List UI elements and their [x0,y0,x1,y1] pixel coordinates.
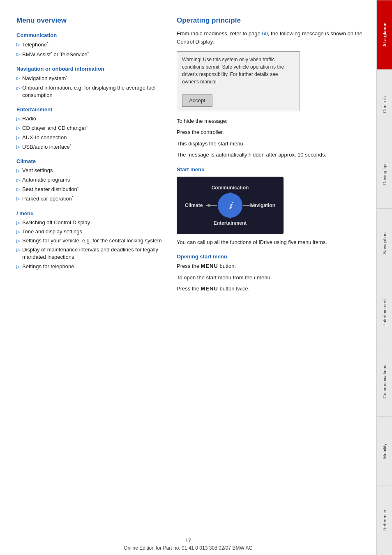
imenu-item-4: Display of maintenance intervals and dea… [22,246,164,261]
list-item: ▷ BMW Assist* or TeleService* [16,51,164,59]
tab-reference[interactable]: Reference [377,486,392,555]
list-arrow-icon: ▷ [16,51,20,58]
climate-item-1: Vent settings [22,167,53,174]
ent-item-1: Radio [22,115,36,122]
svg-marker-5 [206,204,210,207]
imenu-item-3: Settings for your vehicle, e.g. for the … [22,237,162,244]
tab-communications[interactable]: Communications [377,347,392,416]
list-arrow-icon: ▷ [16,41,20,48]
list-item: ▷ Automatic programs [16,176,164,184]
start-menu-title: Start menu [177,166,368,173]
comm-item-2: BMW Assist* or TeleService* [22,51,89,59]
hide-step1: Press the controller. [177,128,368,136]
list-item: ▷ CD player and CD changer* [16,124,164,132]
opening-step1: Press the MENU button. [177,262,368,270]
list-item: ▷ Settings for your vehicle, e.g. for th… [16,237,164,244]
comm-item-1: Telephone* [22,41,48,49]
svg-marker-7 [251,204,254,207]
tab-mobility[interactable]: Mobility [377,416,392,486]
warning-box: Warning! Use this system only when traff… [177,51,300,111]
list-item: ▷ Settings for telephone [16,263,164,270]
list-arrow-icon: ▷ [16,264,20,270]
hide-step2: This displays the start menu. [177,140,368,148]
climate-item-2: Automatic programs [22,176,70,184]
imenu-item-2: Tone and display settings [22,228,82,235]
list-arrow-icon: ▷ [16,168,20,174]
list-arrow-icon: ▷ [16,116,20,122]
list-arrow-icon: ▷ [16,135,20,141]
accept-button[interactable]: Accept [182,94,212,107]
list-arrow-icon: ▷ [16,75,20,81]
climate-item-3: Seat heater distribution* [22,185,78,193]
menu-bold-2: MENU [201,286,218,292]
tab-entertainment[interactable]: Entertainment [377,278,392,347]
imenu-i-icon: i [16,210,18,216]
ent-item-3: AUX-In connection [22,134,67,141]
ent-item-2: CD player and CD changer* [22,124,88,132]
hide-message-label: To hide the message: [177,117,368,125]
menu-bold-1: MENU [201,263,218,269]
list-arrow-icon: ▷ [16,186,20,192]
nav-item-2: Onboard information, e.g. for displaying… [22,84,164,99]
list-arrow-icon: ▷ [16,85,20,91]
entertainment-title: Entertainment [16,106,164,113]
climate-title: Climate [16,158,164,164]
communication-title: Communication [16,32,164,38]
list-item: ▷ AUX-In connection [16,134,164,141]
list-item: ▷ Radio [16,115,164,122]
list-item: ▷ Display of maintenance intervals and d… [16,246,164,261]
tab-navigation[interactable]: Navigation [377,208,392,278]
page-number: 17 [4,537,372,543]
imenu-item-1: Switching off Control Display [22,219,90,226]
list-item: ▷ Navigation system* [16,74,164,83]
list-arrow-icon: ▷ [16,220,20,226]
footer: 17 Online Edition for Part no. 01 41 0 0… [0,533,376,555]
start-menu-description: You can call up all the functions of iDr… [177,238,368,246]
tab-at-a-glance[interactable]: At a glance [377,0,392,69]
list-item: ▷ Vent settings [16,167,164,174]
footer-text: Online Edition for Part no. 01 41 0 013 … [4,545,372,551]
ent-item-4: USB/audio interface* [22,143,71,151]
opening-step3: Press the MENU button twice. [177,285,368,293]
opening-step2: To open the start menu from the i menu: [177,274,368,282]
list-arrow-icon: ▷ [16,125,20,131]
warning-text: Warning! Use this system only when traff… [182,57,284,85]
left-column: Menu overview Communication ▷ Telephone*… [16,16,164,525]
list-item: ▷ Telephone* [16,41,164,49]
page-link[interactable]: 60 [262,30,267,37]
list-item: ▷ Switching off Control Display [16,219,164,226]
idrive-center-button: 𝑖 [218,193,242,218]
list-arrow-icon: ▷ [16,238,20,244]
i-menu-ref: i [254,274,256,281]
list-arrow-icon: ▷ [16,144,20,150]
opening-start-menu-title: Opening start menu [177,253,368,260]
list-item: ▷ Parked car operation* [16,195,164,203]
tab-controls[interactable]: Controls [377,69,392,139]
list-arrow-icon: ▷ [16,229,20,235]
imenu-item-5: Settings for telephone [22,263,74,270]
list-item: ▷ Onboard information, e.g. for displayi… [16,84,164,99]
climate-item-4: Parked car operation* [22,195,73,203]
right-column: Operating principle From radio readiness… [177,16,368,525]
list-item: ▷ Tone and display settings [16,228,164,235]
tab-bar: At a glance Controls Driving tips Naviga… [376,0,392,555]
tab-driving-tips[interactable]: Driving tips [377,139,392,208]
list-arrow-icon: ▷ [16,177,20,183]
list-item: ▷ USB/audio interface* [16,143,164,151]
list-arrow-icon: ▷ [16,196,20,202]
intro-text: From radio readiness, refer to page 60, … [177,30,368,46]
navigation-title: Navigation or onboard information [16,66,164,72]
imenu-title: i menu [16,210,164,216]
list-item: ▷ Seat heater distribution* [16,185,164,193]
right-section-title: Operating principle [177,16,368,25]
i-symbol: 𝑖 [229,200,232,211]
start-menu-image: Communication Entertainment Climate Navi… [177,177,284,234]
left-section-title: Menu overview [16,16,164,25]
list-arrow-icon: ▷ [16,247,20,253]
hide-step3: The message is automatically hidden afte… [177,151,368,159]
nav-item-1: Navigation system* [22,74,67,83]
